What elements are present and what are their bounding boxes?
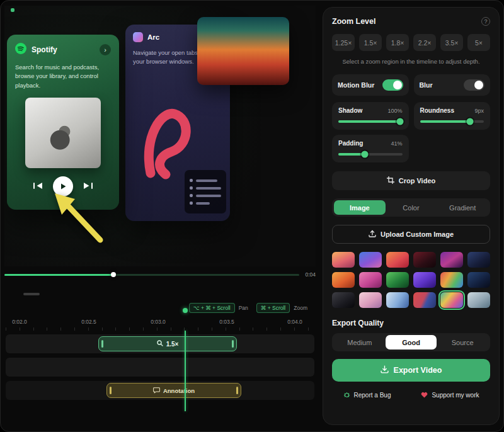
timeline-track-video[interactable] bbox=[6, 358, 314, 377]
export-quality-title: Export Quality bbox=[332, 319, 490, 327]
export-video-button[interactable]: Export Video bbox=[332, 359, 490, 382]
shadow-setting: Shadow 100% bbox=[332, 102, 409, 130]
zoom-segment[interactable]: 1.5× bbox=[98, 336, 237, 351]
heart-icon bbox=[421, 392, 428, 399]
background-thumbnail[interactable] bbox=[467, 292, 490, 308]
background-thumbnail[interactable] bbox=[386, 272, 409, 288]
timeline-track-annotation[interactable]: Annotation bbox=[6, 381, 314, 400]
shadow-slider[interactable] bbox=[338, 120, 403, 123]
padding-label: Padding bbox=[338, 140, 363, 147]
tab-image[interactable]: Image bbox=[334, 200, 386, 215]
upload-custom-image-button[interactable]: Upload Custom Image bbox=[332, 225, 490, 244]
ruler-label: 0:02.0 bbox=[12, 319, 27, 325]
background-thumbnail[interactable] bbox=[440, 252, 463, 268]
crop-video-label: Crop Video bbox=[399, 177, 435, 185]
upload-custom-image-label: Upload Custom Image bbox=[381, 230, 454, 238]
shadow-label: Shadow bbox=[338, 107, 362, 114]
motion-blur-setting: Motion Blur bbox=[332, 74, 409, 96]
spotify-card-description: Search for music and podcasts, browse yo… bbox=[15, 63, 111, 90]
zoom-segment-label: 1.5× bbox=[166, 341, 179, 348]
roundness-slider-knob[interactable] bbox=[466, 118, 473, 125]
background-thumbnail[interactable] bbox=[332, 272, 355, 288]
ruler-label: 0:04.0 bbox=[287, 319, 302, 325]
pan-shortcut-label: Pan bbox=[239, 305, 248, 311]
zoom-hint-text: Select a zoom region in the timeline to … bbox=[332, 58, 490, 65]
play-icon bbox=[59, 183, 67, 190]
timeline: ⌥ + ⌘ + Scroll Pan ⌘ + Scroll Zoom 0:02.… bbox=[1, 303, 317, 429]
background-thumbnail[interactable] bbox=[467, 252, 490, 268]
background-thumbnail[interactable] bbox=[440, 272, 463, 288]
roundness-slider[interactable] bbox=[420, 120, 484, 123]
settings-panel: Zoom Level ? 1.25× 1.5× 1.8× 2.2× 3.5× 5… bbox=[323, 7, 500, 425]
duration-label: 0:04 bbox=[305, 271, 316, 278]
blur-toggle[interactable] bbox=[464, 79, 484, 91]
sunset-photo bbox=[197, 17, 289, 85]
video-preview-canvas[interactable]: Spotify › Search for music and podcasts,… bbox=[4, 6, 316, 266]
padding-slider[interactable] bbox=[338, 153, 403, 156]
zoom-option-3.5x[interactable]: 3.5× bbox=[440, 34, 463, 51]
timeline-lanes: 1.5× Annotation bbox=[1, 334, 317, 400]
ruler-label: 0:02.5 bbox=[81, 319, 96, 325]
playhead-handle[interactable] bbox=[183, 308, 188, 313]
background-thumbnail[interactable] bbox=[413, 272, 436, 288]
playback-scrubber[interactable] bbox=[4, 274, 299, 276]
arc-tab-list bbox=[185, 170, 226, 213]
zoom-option-1.8x[interactable]: 1.8× bbox=[386, 34, 409, 51]
background-thumbnail[interactable] bbox=[413, 252, 436, 268]
background-thumbnail[interactable] bbox=[386, 292, 409, 308]
spotify-logo-icon bbox=[15, 43, 26, 57]
ruler-label: 0:03.5 bbox=[219, 319, 234, 325]
support-link[interactable]: Support my work bbox=[421, 392, 479, 399]
background-thumbnail-selected[interactable] bbox=[440, 292, 463, 308]
motion-blur-toggle[interactable] bbox=[382, 79, 403, 91]
timeline-shortcut-hints: ⌥ + ⌘ + Scroll Pan ⌘ + Scroll Zoom bbox=[1, 303, 317, 313]
background-thumbnail[interactable] bbox=[332, 292, 355, 308]
crop-icon bbox=[387, 176, 394, 185]
tab-gradient[interactable]: Gradient bbox=[437, 200, 488, 215]
zoom-option-2.2x[interactable]: 2.2× bbox=[413, 34, 436, 51]
crop-video-button[interactable]: Crop Video bbox=[332, 171, 490, 190]
quality-option-source[interactable]: Source bbox=[437, 335, 488, 350]
ruler-label: 0:03.0 bbox=[151, 319, 166, 325]
report-bug-link[interactable]: Report a Bug bbox=[343, 391, 391, 399]
background-thumbnail[interactable] bbox=[359, 272, 382, 288]
background-thumbnail[interactable] bbox=[467, 272, 490, 288]
background-type-tabs: Image Color Gradient bbox=[332, 198, 490, 217]
chevron-right-icon: › bbox=[100, 44, 111, 55]
shadow-value: 100% bbox=[387, 108, 402, 114]
padding-slider-knob[interactable] bbox=[361, 151, 368, 158]
background-thumbnail[interactable] bbox=[359, 292, 382, 308]
pan-shortcut-badge: ⌥ + ⌘ + Scroll bbox=[189, 303, 235, 313]
help-icon[interactable]: ? bbox=[481, 17, 490, 26]
scrubber-knob[interactable] bbox=[111, 272, 116, 277]
zoom-option-1.25x[interactable]: 1.25× bbox=[332, 34, 355, 51]
background-thumbnail[interactable] bbox=[332, 252, 355, 268]
zoom-option-1.5x[interactable]: 1.5× bbox=[359, 34, 382, 51]
background-thumbnail[interactable] bbox=[359, 252, 382, 268]
annotation-segment[interactable]: Annotation bbox=[106, 383, 241, 398]
report-bug-label: Report a Bug bbox=[354, 392, 391, 399]
zoom-options: 1.25× 1.5× 1.8× 2.2× 3.5× 5× bbox=[332, 34, 490, 51]
timeline-resize-handle[interactable] bbox=[23, 293, 40, 295]
upload-icon bbox=[369, 230, 376, 239]
yellow-arrow-annotation[interactable] bbox=[46, 190, 109, 250]
recording-indicator-dot bbox=[11, 8, 14, 12]
zoom-option-5x[interactable]: 5× bbox=[467, 34, 490, 51]
timeline-ruler[interactable]: 0:02.0 0:02.5 0:03.0 0:03.5 0:04.0 bbox=[1, 318, 317, 331]
playhead-line[interactable] bbox=[185, 331, 186, 411]
background-thumbnail[interactable] bbox=[413, 292, 436, 308]
blur-setting: Blur bbox=[414, 74, 491, 96]
zoom-level-title: Zoom Level bbox=[332, 17, 375, 26]
support-label: Support my work bbox=[432, 392, 479, 399]
roundness-value: 9px bbox=[474, 108, 484, 114]
quality-option-medium[interactable]: Medium bbox=[334, 335, 386, 350]
quality-option-good[interactable]: Good bbox=[386, 335, 437, 350]
shadow-slider-knob[interactable] bbox=[397, 118, 404, 125]
timeline-track-zoom[interactable]: 1.5× bbox=[6, 334, 314, 353]
background-thumbnail[interactable] bbox=[386, 252, 409, 268]
skip-back-icon bbox=[33, 181, 43, 192]
roundness-label: Roundness bbox=[420, 107, 454, 114]
tab-color[interactable]: Color bbox=[386, 200, 437, 215]
export-video-label: Export Video bbox=[394, 366, 442, 375]
download-icon bbox=[381, 365, 389, 375]
